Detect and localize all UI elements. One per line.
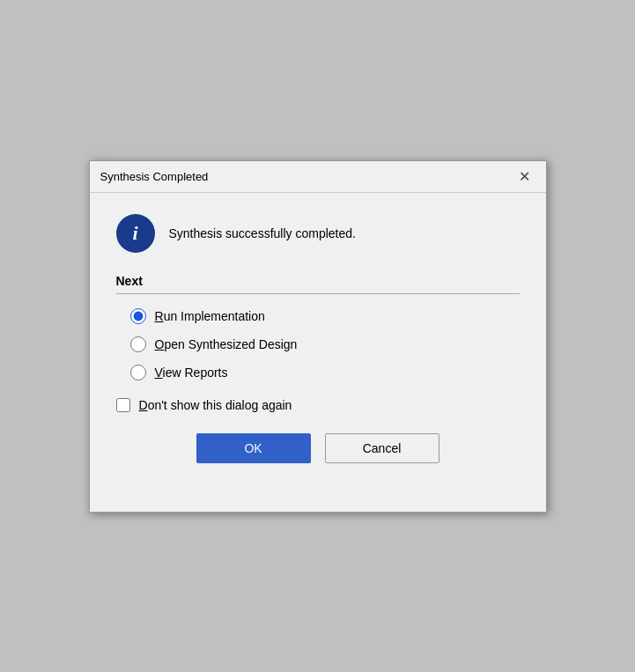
dont-show-again-label: Don't show this dialog again — [139, 398, 292, 412]
radio-open-synthesized-design[interactable] — [130, 336, 146, 352]
info-row: i Synthesis successfully completed. — [116, 214, 520, 253]
radio-item-run-implementation[interactable]: Run Implementation — [130, 308, 520, 324]
dont-show-again-row[interactable]: Don't show this dialog again — [116, 398, 520, 412]
dialog-title: Synthesis Completed — [100, 170, 209, 183]
radio-label-open-synthesized-design: Open Synthesized Design — [155, 337, 298, 351]
info-icon: i — [116, 214, 155, 253]
dont-show-again-checkbox[interactable] — [116, 398, 130, 412]
next-section: Next — [116, 274, 520, 294]
button-row: OK Cancel — [116, 433, 520, 470]
radio-item-open-synthesized-design[interactable]: Open Synthesized Design — [130, 336, 520, 352]
info-message: Synthesis successfully completed. — [169, 226, 356, 240]
ok-button[interactable]: OK — [196, 433, 311, 463]
title-bar: Synthesis Completed ✕ — [90, 161, 546, 193]
radio-view-reports[interactable] — [130, 365, 146, 380]
cancel-button[interactable]: Cancel — [325, 433, 439, 463]
radio-item-view-reports[interactable]: View Reports — [130, 365, 520, 380]
radio-group: Run Implementation Open Synthesized Desi… — [130, 308, 520, 380]
radio-label-view-reports: View Reports — [155, 366, 228, 380]
radio-label-run-implementation: Run Implementation — [155, 309, 265, 323]
radio-run-implementation[interactable] — [130, 308, 146, 324]
section-divider — [116, 293, 520, 294]
dialog-body: i Synthesis successfully completed. Next… — [90, 193, 546, 512]
close-button[interactable]: ✕ — [514, 166, 535, 187]
next-label: Next — [116, 274, 520, 288]
synthesis-completed-dialog: Synthesis Completed ✕ i Synthesis succes… — [89, 160, 547, 513]
